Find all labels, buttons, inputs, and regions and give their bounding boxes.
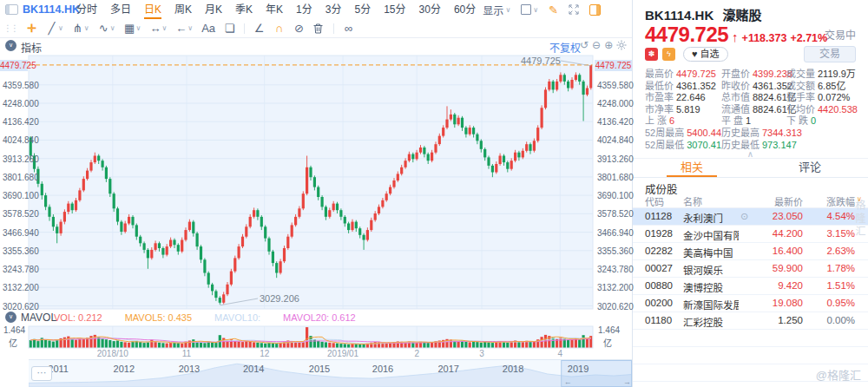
year-label-2018: 2018 [503,364,523,374]
stats-row: 最高价4479.725开盘价4399.238成交量2119.9万 [645,66,862,78]
constituent-row-00880[interactable]: 00880澳博控股9.4201.51% [633,278,868,295]
constituent-row-01180[interactable]: 01180汇彩控股1.2500.00% [633,312,868,330]
year-label-2012: 2012 [114,364,135,374]
x-axis-label: 2018/10 [97,349,128,358]
year-label-2019: 2019 [568,364,589,374]
last-price: 4479.725 [645,23,728,47]
indicator-row: ∨ 指标 不复权 ↺ ⊖ ⊕ [0,38,632,54]
y-axis-label: 3020.620 [597,302,634,312]
constituent-row-01128[interactable]: 01128永利澳门23.0504.54%⊙ [633,208,868,226]
hide-drawings-icon[interactable]: ⊘ [293,20,305,37]
y-axis-label: 3801.680 [597,173,634,182]
fullscreen-icon[interactable] [569,4,579,15]
chart-style-dropdown[interactable]: ∨ [521,4,538,15]
time-navigator[interactable]: 201120122013201420152016201720182019 ⋯ ←… [29,359,632,387]
volume-legend: VOL: 0.212MAVOL5: 0.435MAVOL10:MAVOL20: … [54,312,356,324]
tab-周K[interactable]: 周K [174,0,192,19]
chart-style-icon [521,4,531,15]
comment-tool-icon[interactable]: ❏ [224,20,235,37]
quote-tabs: 相关评论 [633,158,868,178]
magnet-tool-icon[interactable]: ∩ [273,20,285,37]
chevron-down-icon: ∨ [505,6,510,14]
measure-tool-icon[interactable]: ↔∨ [149,20,167,37]
link-tool-icon[interactable]: ∞ [343,20,354,37]
tab-1分[interactable]: 1分 [296,0,312,19]
display-dropdown[interactable]: 显示∨ [483,3,510,17]
y-axis-label: 4248.000 [597,99,634,108]
tab-季K[interactable]: 季K [235,0,253,19]
pitchfork-tool-icon[interactable]: ⋔∨ [72,20,89,37]
tab-分时[interactable]: 分时 [76,0,97,19]
col-price: 最新价 [746,194,803,208]
y-axis-label: 3355.360 [597,246,634,256]
x-axis-label: 11 [182,349,191,358]
adjust-mode-button[interactable]: 不复权 [549,40,581,55]
tab-多日[interactable]: 多日 [110,0,131,19]
constituent-row-01928[interactable]: 01928金沙中国有限公...44.2003.15% [633,226,868,243]
toolbar-separator [244,23,245,34]
y-axis-label: 3578.520 [3,209,39,219]
quote-tab-评论[interactable]: 评论 [751,159,868,177]
constituent-row-02282[interactable]: 02282美高梅中国16.4002.63% [633,243,868,260]
y-axis-label: 3020.620 [3,302,39,312]
y-axis-label: 3913.260 [597,154,634,164]
angle-tool-icon[interactable]: ∠ [253,20,265,37]
y-axis-label: 4136.420 [3,117,39,127]
y-axis-label: 3243.780 [3,265,39,274]
chevron-down-icon: ∨ [533,6,538,14]
top-bar: BK1114.HK 分时多日日K周K月K季K年K1分3分5分15分30分60分 … [0,0,632,20]
constituent-row-00200[interactable]: 00200新濠国际发展19.0800.95% [633,295,868,312]
y-axis-label: 4248.000 [3,99,39,108]
stats-row: 市净率5.819流通值8824.61亿平均价4420.538 [645,102,862,114]
quote-stats: 最高价4479.725开盘价4399.238成交量2119.9万最低价4361.… [645,66,862,148]
stats-row: 最低价4361.352昨收价4361.352成交额6.85亿 [645,78,862,90]
tab-日K[interactable]: 日K [144,0,161,19]
stats-row: 市盈率22.646总市值8824.61亿换手率0.072% [645,89,862,102]
watch-eye-icon[interactable]: ⊙ [740,211,748,222]
constituent-row-00027[interactable]: 00027银河娱乐59.9001.78% [633,260,868,278]
stat-52周最低: 52周最低3070.41 [645,137,721,151]
text-tool-icon[interactable]: Aa [201,20,215,37]
navigator-left-arrow[interactable]: ← [564,377,572,386]
tab-年K[interactable]: 年K [266,0,283,19]
year-label-2016: 2016 [372,364,393,374]
y-axis-label: 4359.580 [597,81,634,90]
trendline-tool-icon[interactable]: ╱∨ [46,20,63,37]
navigator-drag-handle[interactable]: ⋯ [31,366,52,381]
x-axis-label: 12 [260,349,269,358]
pencil-icon[interactable]: ✎ [549,3,558,16]
wave-tool-icon[interactable]: ∿∨ [98,20,115,37]
stats-row: 上 涨6平 盘1下 跌0 [645,113,862,125]
add-watchlist-button[interactable]: ♥ 自选 [683,47,728,62]
tab-3分[interactable]: 3分 [326,0,342,19]
drawing-toolbar: ⋮⋮ ✛╱∨⋔∨∿∨▦∨↔∨←∨Aa❏∠∩⊘∞ [0,19,632,38]
tab-60分[interactable]: 60分 [454,0,476,19]
tab-5分[interactable]: 5分 [354,0,371,19]
y-axis-label: 3132.200 [597,283,634,292]
tab-15分[interactable]: 15分 [384,0,405,19]
side-watermark: 格隆汇 [852,200,867,239]
y-axis-label: 3801.680 [3,173,39,182]
heart-icon: ♥ [692,49,698,59]
low-annotation: 3029.206 [260,293,299,304]
tab-30分[interactable]: 30分 [419,0,441,19]
stat-历史最低: 历史最低973.147 [721,137,797,151]
undo-icon[interactable]: ↺ [580,39,589,51]
hk-market-badge: ✽ [645,48,658,61]
quote-tab-相关[interactable]: 相关 [633,159,751,177]
col-change-sort[interactable]: 涨跌幅 [803,194,855,208]
trade-button[interactable]: 交易 [804,46,856,62]
display-label: 显示 [483,3,503,17]
top-bar-right: 显示∨ ∨ ✎ [483,0,601,19]
delete-drawings-icon[interactable] [313,23,325,34]
y-axis-left: 4359.5804248.0004136.4204024.8403913.260… [3,0,29,387]
empty-row [633,347,868,364]
volume-legend-item: MAVOL10: [214,312,260,323]
col-code: 代码 [645,194,664,208]
y-axis-label: 4136.420 [597,117,634,127]
y-axis-label: 3466.940 [3,228,39,238]
symbol-label[interactable]: BK1114.HK [23,3,80,16]
arrow-tool-icon[interactable]: ←∨ [175,20,193,37]
tab-月K[interactable]: 月K [205,0,222,19]
pattern-tool-icon[interactable]: ▦∨ [124,20,141,37]
